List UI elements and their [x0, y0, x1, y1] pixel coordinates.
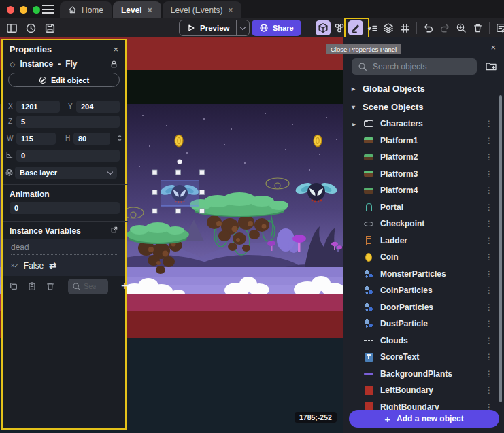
copy-icon[interactable]	[9, 281, 18, 291]
object-row-backgroundplants[interactable]: BackgroundPlants ⋮	[343, 366, 499, 382]
aspect-ratio-link-icon[interactable]	[116, 134, 124, 142]
object-row-platform3[interactable]: Platform3 ⋮	[343, 166, 499, 182]
kebab-menu-icon[interactable]: ⋮	[485, 385, 493, 395]
group-global-objects[interactable]: ▸ Global Objects	[343, 81, 499, 96]
z-input[interactable]	[16, 116, 120, 128]
kebab-menu-icon[interactable]: ⋮	[485, 285, 493, 295]
coin-sprite[interactable]	[175, 135, 183, 147]
share-label: Share	[273, 24, 294, 32]
delete-variable-icon[interactable]	[46, 281, 55, 291]
scrollbar[interactable]	[499, 95, 502, 402]
close-tab-icon[interactable]: ×	[227, 5, 233, 15]
objects-groups-icon[interactable]	[332, 20, 347, 35]
kebab-menu-icon[interactable]: ⋮	[485, 219, 493, 228]
object-row-dustparticle[interactable]: DustParticle ⋮	[343, 315, 499, 332]
redo-icon[interactable]	[437, 20, 452, 35]
preview-button[interactable]: Preview	[179, 20, 250, 36]
w-input[interactable]	[16, 133, 56, 145]
object-row-platform1[interactable]: Platform1 ⋮	[343, 133, 499, 149]
object-row-scoretext[interactable]: ScoreText ⋮	[343, 349, 499, 365]
close-icon[interactable]: ×	[490, 42, 496, 52]
kebab-menu-icon[interactable]: ⋮	[485, 119, 493, 128]
edit-object-button[interactable]: Edit object	[8, 73, 120, 87]
kebab-menu-icon[interactable]: ⋮	[485, 152, 493, 162]
grid-icon[interactable]	[397, 20, 412, 35]
main-menu-icon[interactable]	[42, 5, 54, 14]
object-row-portal[interactable]: Portal ⋮	[343, 199, 499, 215]
angle-input[interactable]	[16, 150, 120, 162]
instances-list-icon[interactable]	[365, 20, 380, 35]
caret-right-icon[interactable]: ▸	[352, 120, 356, 128]
delete-icon[interactable]	[470, 20, 485, 35]
kebab-menu-icon[interactable]: ⋮	[485, 352, 493, 362]
coin-sprite[interactable]	[314, 135, 322, 147]
minimize-window-button[interactable]	[20, 6, 27, 14]
object-row-ladder[interactable]: Ladder ⋮	[343, 232, 499, 249]
events-sheet-icon[interactable]	[494, 20, 504, 35]
object-row-coinparticles[interactable]: CoinParticles ⋮	[343, 282, 499, 298]
animation-input[interactable]	[10, 202, 120, 214]
layer-select[interactable]: Base layer	[15, 167, 117, 179]
maximize-window-button[interactable]	[33, 6, 40, 14]
toolbar: Preview Share	[0, 18, 504, 37]
paste-icon[interactable]	[27, 281, 37, 291]
object-row-doorparticles[interactable]: DoorParticles ⋮	[343, 299, 499, 315]
variable-name[interactable]: dead	[11, 243, 117, 255]
tab-label: Level (Events)	[171, 5, 223, 15]
kebab-menu-icon[interactable]: ⋮	[485, 136, 493, 145]
particles-icon	[364, 269, 373, 279]
objects-search[interactable]	[352, 58, 477, 75]
share-button[interactable]: Share	[252, 20, 301, 36]
edit-properties-icon[interactable]	[348, 20, 363, 35]
toggle-panels-icon[interactable]	[5, 22, 18, 34]
object-row-checkpoint[interactable]: Checkpoint ⋮	[343, 215, 499, 232]
close-tab-icon[interactable]: ×	[147, 5, 153, 15]
tab-level-events[interactable]: Level (Events) ×	[163, 1, 242, 18]
add-object-button[interactable]: + Add a new object	[349, 410, 499, 428]
kebab-menu-icon[interactable]: ⋮	[485, 319, 493, 328]
h-input[interactable]	[73, 133, 110, 145]
kebab-menu-icon[interactable]: ⋮	[485, 369, 493, 379]
object-row-platform4[interactable]: Platform4 ⋮	[343, 182, 499, 198]
object-row-characters[interactable]: ▸ Characters ⋮	[343, 116, 499, 132]
kebab-menu-icon[interactable]: ⋮	[485, 302, 493, 312]
x-input[interactable]	[16, 101, 60, 113]
object-row-monsterparticles[interactable]: MonsterParticles ⋮	[343, 266, 499, 282]
3d-view-icon[interactable]	[316, 20, 331, 35]
zoom-in-icon[interactable]	[454, 20, 469, 35]
object-row-clouds[interactable]: Clouds ⋮	[343, 332, 499, 349]
variables-search[interactable]	[68, 279, 108, 294]
close-icon[interactable]: ×	[113, 44, 118, 54]
kebab-menu-icon[interactable]: ⋮	[485, 269, 493, 279]
group-scene-objects[interactable]: ▾ Scene Objects	[343, 99, 499, 114]
unlock-icon[interactable]	[110, 60, 118, 69]
tab-home[interactable]: Home	[60, 1, 112, 18]
variable-value[interactable]: False	[24, 261, 44, 271]
undo-icon[interactable]	[421, 20, 436, 35]
object-row-leftboundary[interactable]: LeftBoundary ⋮	[343, 382, 499, 398]
save-icon[interactable]	[44, 22, 56, 34]
layers-icon[interactable]	[381, 20, 396, 35]
kebab-menu-icon[interactable]: ⋮	[485, 236, 493, 245]
add-folder-icon[interactable]	[485, 60, 497, 72]
y-input[interactable]	[76, 101, 120, 113]
history-icon[interactable]	[24, 22, 37, 34]
add-variable-button[interactable]: +	[121, 279, 128, 293]
x-label: X	[8, 103, 13, 110]
variables-search-input[interactable]	[84, 282, 96, 290]
variable-row[interactable]: dead ×✓ False ⇄	[3, 239, 125, 276]
close-window-button[interactable]	[7, 6, 14, 14]
object-row-platform2[interactable]: Platform2 ⋮	[343, 149, 499, 165]
tab-level[interactable]: Level ×	[113, 1, 161, 18]
plus-icon: +	[384, 413, 390, 425]
object-row-coin[interactable]: Coin ⋮	[343, 249, 499, 265]
kebab-menu-icon[interactable]: ⋮	[485, 186, 493, 195]
kebab-menu-icon[interactable]: ⋮	[485, 252, 493, 262]
kebab-menu-icon[interactable]: ⋮	[485, 336, 493, 345]
open-variables-icon[interactable]	[110, 226, 118, 234]
kebab-menu-icon[interactable]: ⋮	[485, 169, 493, 179]
objects-search-input[interactable]	[373, 62, 478, 71]
preview-dropdown-icon[interactable]	[237, 27, 249, 29]
toggle-value-icon[interactable]: ⇄	[49, 260, 56, 271]
kebab-menu-icon[interactable]: ⋮	[485, 203, 493, 212]
